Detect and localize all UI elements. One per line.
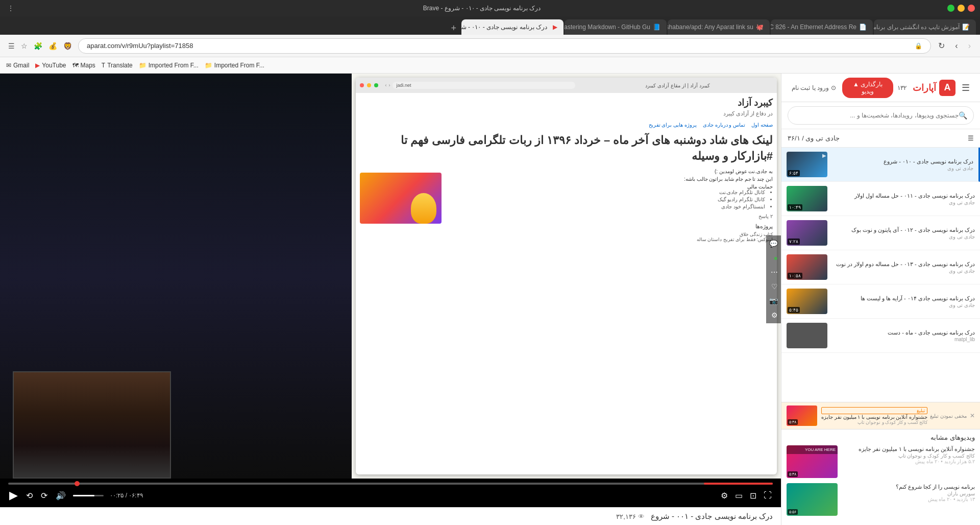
ad-thumbnail: ۵:۴۸ (787, 405, 817, 426)
playlist-item-5[interactable]: درک برنامه نویسی جادی - ماه - دست matpl_… (781, 319, 980, 353)
tab-2[interactable]: 📄 RFC 826 - An Ethernet Address Re... (771, 19, 873, 35)
search-bar[interactable]: 🔍 (788, 106, 974, 125)
thumb-1-duration: ۱۰:۴۹ (788, 204, 802, 210)
tab-5[interactable]: ▶ درک برنامه نویسی جادی - ۰۱۰ - شروع ✕ (461, 19, 564, 35)
gmail-label: Gmail (13, 62, 29, 69)
bookmarks-bar: ✉ Gmail ▶ YouTube 🗺 Maps T Translate 📁 I… (0, 57, 980, 74)
window-menu-button[interactable]: ⋮ (5, 4, 16, 12)
video-info-bar: درک برنامه نویسی جادی - ۰۰۱ - شروع 👁 ۳۲,… (0, 507, 781, 525)
side-camera-icon[interactable]: 📷 (769, 297, 778, 305)
upload-video-button[interactable]: ▲ بارگذاری ویدیو (842, 78, 893, 98)
inner-browser-body: کیبرد آزاد در دفاع از آزادی کیبرد صفحه ا… (356, 93, 777, 246)
address-text: aparat.com/v/r9mUu?playlist=71858 (87, 42, 911, 50)
tab-3[interactable]: 🐙 shabane/apd: Any Aparat link su... (668, 19, 770, 35)
playlist-item-4-info: درک برنامه نویسی جادی ۰۱۴ - آرایه ها و ل… (831, 295, 975, 308)
side-menu-icon[interactable]: ⋯ (769, 268, 778, 276)
playlist-item-5-title: درک برنامه نویسی جادی - ماه - دست (831, 329, 975, 337)
aparat-logo-icon: A (939, 80, 955, 96)
inner-list-2: اینستاگرام خود جادی (446, 204, 766, 209)
similar-section: ویدیوهای مشابه جشنواره آنلاین برنامه نوی… (781, 429, 980, 525)
youtube-favicon: ▶ (35, 62, 40, 69)
user-label: ورود یا ثبت نام (792, 84, 829, 91)
similar-1-duration: ۵:۵۶ (788, 509, 798, 515)
bookmark-translate[interactable]: T Translate (102, 62, 133, 69)
maximize-window-button[interactable] (947, 5, 954, 12)
reload-button[interactable]: ↻ (935, 39, 948, 53)
playlist-item-2-info: درک برنامه نویسی جادی - ۰۱۲ - آی پایتون … (831, 226, 975, 240)
tab-4[interactable]: 📘 Mastering Markdown - GitHub Gu... (565, 19, 667, 35)
playlist-item-1[interactable]: درک برنامه نویسی جادی - ۰۱۱ - حل مساله ا… (781, 182, 980, 216)
forward-button[interactable]: › (952, 39, 961, 53)
inner-list-0: کانال تلگرام جادی.نت (446, 189, 766, 195)
user-login-button[interactable]: ⊙ ورود یا ثبت نام (792, 84, 836, 91)
search-icon: 🔍 (959, 111, 967, 120)
side-settings-icon[interactable]: ⚙ (769, 311, 778, 319)
side-heart-icon[interactable]: ♡ (769, 282, 778, 291)
aparat-logo: A آپارات (913, 80, 955, 96)
nav-icons: 🦁 💰 🧩 ☆ ☰ (6, 40, 74, 52)
eye-icon: 👁 (638, 513, 645, 520)
ad-banner: ✕ مخفی نمودن تبلیغ تبلیغ جشنواره آنلاین … (781, 402, 980, 429)
brave-shield-button[interactable]: 🦁 (61, 40, 74, 52)
theater-button[interactable]: ▭ (734, 490, 744, 502)
rewind-button[interactable]: ⟲ (25, 490, 34, 502)
inner-projects-desc: کتاب زندگی خلاقلینوکس: فقط برای تفریح دا… (446, 232, 773, 242)
playlist-item-5-info: درک برنامه نویسی جادی - ماه - دست matpl_… (831, 329, 975, 342)
search-input[interactable] (794, 112, 959, 119)
fullscreen-button[interactable]: ⛶ (763, 490, 773, 501)
playlist-item-4[interactable]: درک برنامه نویسی جادی ۰۱۴ - آرایه ها و ل… (781, 284, 980, 319)
new-tab-button[interactable]: + (447, 23, 460, 34)
maps-label: Maps (81, 62, 95, 69)
sidebar-playlist-header: ☰ جادی تی وی / ۳۶/۱ (781, 129, 980, 148)
browser-menu-button[interactable]: ☰ (6, 40, 17, 52)
inner-content-row: به جادی.نت عوض لومدین :) این چند تا جم ج… (360, 169, 773, 242)
playlist-item-0-title: درک برنامه نویسی جادی - ۰۱۰ - شروع (831, 158, 973, 165)
video-title-text: درک برنامه نویسی جادی - ۰۰۱ - شروع (651, 512, 773, 521)
browser-titlebar: درک برنامه نویسی جادی - ۰۱۰ - شروع - Bra… (0, 0, 980, 16)
forward-button-ctrl[interactable]: ⟳ (40, 490, 48, 502)
window-controls (947, 5, 975, 12)
bookmark-imported-2[interactable]: 📁 Imported From F... (205, 62, 264, 69)
extensions-button[interactable]: 🧩 (32, 40, 44, 52)
play-button[interactable]: ▶ (8, 488, 19, 503)
progress-bar[interactable] (8, 483, 773, 485)
maps-favicon: 🗺 (72, 62, 79, 69)
playlist-item-0-channel: جادی تی وی (831, 165, 973, 171)
bookmark-youtube[interactable]: ▶ YouTube (35, 62, 66, 69)
bookmark-maps[interactable]: 🗺 Maps (72, 62, 95, 69)
ad-close-button[interactable]: ✕ (970, 412, 975, 419)
titlebar-title: درک برنامه نویسی جادی - ۰۱۰ - شروع - Bra… (16, 5, 947, 12)
inner-nav-1: تماس و درباره جادی (703, 122, 745, 128)
similar-item-1[interactable]: برنامه نویسی را از کجا شروع کنم؟ سورس با… (787, 483, 975, 516)
aparat-header: ☰ A آپارات ▲ بارگذاری ویدیو ۱۳۲ ⊙ ورود ی… (781, 74, 980, 102)
settings-button[interactable]: ⚙ (720, 490, 729, 502)
volume-bar[interactable] (73, 495, 104, 496)
playlist-item-4-thumb: ۵:۴۵ (787, 289, 827, 314)
playlist-item-2[interactable]: درک برنامه نویسی جادی - ۰۱۲ - آی پایتون … (781, 216, 980, 250)
inner-url: jadi.net (393, 82, 576, 89)
playlist-item-0[interactable]: درک برنامه نویسی جادی - ۰۱۰ - شروع جادی … (781, 148, 980, 182)
thumb-4-duration: ۵:۴۵ (788, 307, 800, 313)
side-whatsapp-icon[interactable]: ● (769, 254, 778, 262)
minimize-window-button[interactable] (958, 5, 965, 12)
bookmark-button[interactable]: ☆ (19, 40, 30, 52)
bookmark-gmail[interactable]: ✉ Gmail (6, 62, 29, 69)
volume-button[interactable]: 🔊 (55, 490, 67, 502)
side-chat-icon[interactable]: 💬 (769, 240, 778, 248)
address-bar[interactable]: 🔒 aparat.com/v/r9mUu?playlist=71858 (78, 38, 931, 54)
close-window-button[interactable] (968, 5, 975, 12)
pip-button[interactable]: ⊡ (749, 490, 757, 502)
similar-item-0[interactable]: جشنواره آنلاین برنامه نویسی با ۱ میلیون … (787, 445, 975, 478)
wallet-button[interactable]: 💰 (46, 40, 59, 52)
playlist-item-3[interactable]: درک برنامه نویسی جادی - ۰۱۳ - حل مساله د… (781, 250, 980, 284)
youtube-label: YouTube (42, 62, 66, 69)
thumb-2-duration: ۷:۲۸ (788, 238, 800, 245)
lock-icon: 🔒 (915, 42, 922, 50)
user-icon: ⊙ (831, 84, 836, 91)
inner-nav: صفحه اول تماس و درباره جادی پروژه هایی ب… (360, 122, 773, 128)
back-button[interactable]: ‹ (965, 39, 974, 53)
bookmark-imported-1[interactable]: 📁 Imported From F... (139, 62, 199, 69)
translate-favicon: T (102, 62, 105, 69)
tab-1[interactable]: 📝 آموزش تایپ ده انگشتی برای برنامه (874, 19, 976, 35)
aparat-menu-button[interactable]: ☰ (962, 82, 970, 93)
